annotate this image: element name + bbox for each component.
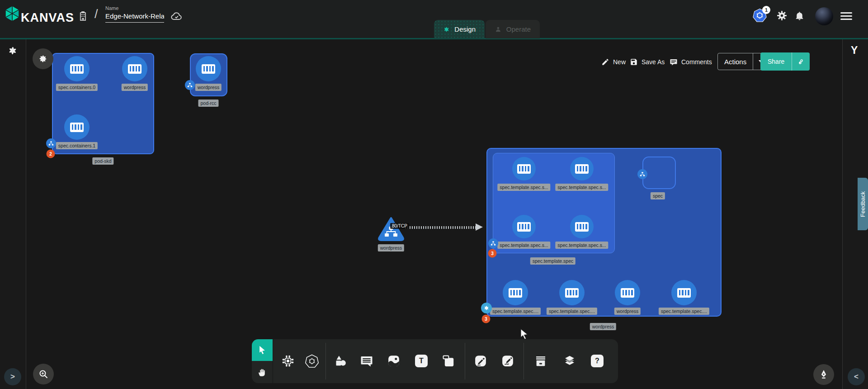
tool-draw-edge[interactable] bbox=[473, 354, 488, 368]
deployment-type-badge bbox=[481, 303, 492, 313]
container-node[interactable] bbox=[196, 56, 221, 81]
comments-button[interactable]: Comments bbox=[670, 56, 712, 68]
tool-image[interactable] bbox=[387, 354, 401, 368]
user-avatar[interactable] bbox=[815, 7, 833, 25]
error-count-badge[interactable]: 3 bbox=[488, 249, 497, 258]
tool-help[interactable]: ? bbox=[590, 354, 604, 368]
tool-kubernetes[interactable] bbox=[305, 354, 319, 368]
tool-shapes[interactable] bbox=[333, 354, 348, 368]
error-count-badge[interactable]: 3 bbox=[482, 315, 491, 323]
tab-operate[interactable]: Operate bbox=[486, 20, 540, 38]
group-label: spec bbox=[651, 192, 665, 199]
tool-comment[interactable] bbox=[359, 354, 374, 368]
pod-type-badge bbox=[637, 169, 647, 179]
text-tool-icon: T bbox=[415, 355, 428, 367]
toolbar-divider bbox=[465, 343, 465, 380]
extension-y-icon[interactable]: Y bbox=[851, 44, 858, 57]
canvas-settings-flower-button[interactable] bbox=[33, 48, 53, 69]
brand-wordmark: KANVAS bbox=[21, 11, 74, 25]
left-dock: > bbox=[0, 39, 26, 389]
group-spec-template-spec[interactable] bbox=[493, 153, 615, 253]
tool-note[interactable] bbox=[441, 354, 456, 368]
node-label: wordpress bbox=[378, 244, 404, 251]
container-node[interactable] bbox=[512, 215, 536, 238]
share-button[interactable]: Share bbox=[760, 52, 810, 71]
workspace-building-icon[interactable] bbox=[77, 10, 89, 24]
tool-select-cursor[interactable] bbox=[252, 339, 273, 361]
design-name-input[interactable] bbox=[105, 12, 164, 23]
meshery-spiral-icon[interactable] bbox=[7, 45, 18, 58]
container-icon bbox=[677, 288, 691, 298]
container-icon bbox=[202, 64, 215, 74]
node-label: wordpress bbox=[195, 84, 222, 91]
kanvas-logo-icon[interactable] bbox=[5, 6, 19, 23]
kubernetes-helm-icon bbox=[305, 354, 319, 368]
toolbar-divider bbox=[524, 343, 524, 380]
container-node[interactable] bbox=[615, 280, 640, 305]
node-label: wordpress bbox=[122, 84, 148, 91]
container-icon bbox=[517, 164, 531, 174]
new-button[interactable]: New bbox=[601, 56, 626, 68]
copy-link-icon[interactable] bbox=[792, 57, 810, 66]
tool-layers[interactable] bbox=[562, 354, 577, 368]
container-node[interactable] bbox=[570, 157, 594, 180]
container-icon bbox=[575, 164, 589, 174]
pen-nib-icon bbox=[818, 369, 829, 380]
service-node[interactable] bbox=[377, 217, 405, 244]
container-icon bbox=[575, 222, 589, 232]
group-spec[interactable] bbox=[642, 157, 676, 189]
service-edge[interactable] bbox=[405, 226, 476, 229]
container-node[interactable] bbox=[559, 280, 585, 305]
node-label: spec.template.spec.... bbox=[659, 308, 709, 315]
design-name-label: Name bbox=[105, 5, 164, 11]
pencil-scribble-icon bbox=[501, 354, 514, 368]
actions-divider bbox=[753, 53, 753, 70]
container-node[interactable] bbox=[64, 56, 90, 81]
kubernetes-count-badge[interactable]: 1 bbox=[762, 6, 770, 14]
tool-archive-drawer[interactable] bbox=[533, 354, 548, 368]
expand-right-panel-button[interactable]: < bbox=[848, 368, 865, 385]
tab-design[interactable]: Design bbox=[434, 20, 485, 38]
container-node[interactable] bbox=[64, 114, 90, 140]
tool-pan-hand[interactable] bbox=[252, 361, 273, 383]
error-count-badge[interactable]: 2 bbox=[47, 150, 55, 158]
pencil-icon bbox=[601, 58, 609, 66]
pen-tool-button[interactable] bbox=[813, 364, 834, 385]
pod-type-badge bbox=[185, 80, 195, 90]
container-icon bbox=[128, 64, 142, 74]
node-label: spec.template.spec.s... bbox=[555, 242, 608, 249]
tool-components[interactable] bbox=[281, 354, 295, 368]
pod-type-badge bbox=[46, 138, 56, 148]
layers-icon bbox=[563, 354, 576, 368]
expand-left-panel-button[interactable]: > bbox=[4, 368, 21, 385]
tool-text[interactable]: T bbox=[414, 354, 429, 368]
comment-icon bbox=[670, 58, 678, 66]
actions-label: Actions bbox=[718, 58, 753, 66]
edge-arrowhead bbox=[476, 223, 483, 231]
menu-hamburger-icon[interactable] bbox=[840, 12, 852, 20]
kanvas-app: KANVAS / Name bbox=[0, 0, 868, 389]
chip-icon bbox=[281, 354, 295, 368]
container-node[interactable] bbox=[503, 280, 528, 305]
settings-gear-icon[interactable] bbox=[776, 10, 788, 23]
group-label: wordpress bbox=[590, 323, 616, 330]
comments-label: Comments bbox=[681, 58, 712, 66]
zoom-search-button[interactable] bbox=[33, 364, 54, 384]
chevron-left-icon: < bbox=[854, 372, 859, 381]
container-node[interactable] bbox=[570, 215, 594, 238]
tool-freehand[interactable] bbox=[500, 354, 515, 368]
container-icon bbox=[70, 64, 84, 74]
container-node[interactable] bbox=[122, 56, 147, 81]
node-label: spec.containers.1 bbox=[56, 142, 98, 149]
share-label: Share bbox=[760, 58, 792, 65]
feedback-tab[interactable]: Feedback bbox=[858, 178, 868, 230]
new-label: New bbox=[613, 58, 626, 66]
node-label: spec.template.spec.s... bbox=[497, 184, 550, 191]
toolbar-divider bbox=[273, 339, 273, 383]
container-node[interactable] bbox=[512, 157, 536, 180]
drawer-icon bbox=[534, 354, 547, 368]
node-label: spec.template.spec.s... bbox=[555, 184, 608, 191]
container-node[interactable] bbox=[671, 280, 697, 305]
notifications-bell-icon[interactable] bbox=[794, 10, 805, 23]
save-as-button[interactable]: Save As bbox=[630, 56, 665, 68]
